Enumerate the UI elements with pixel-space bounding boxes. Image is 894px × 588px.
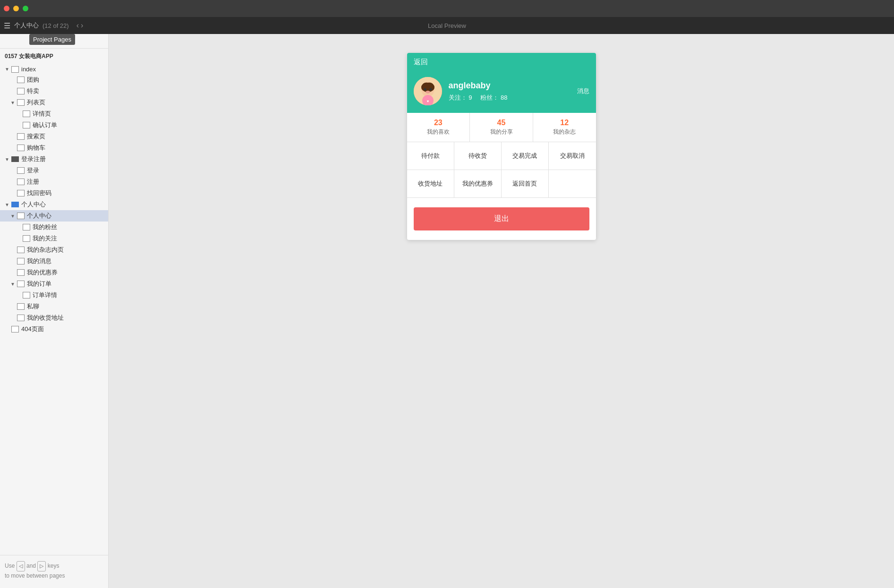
tree-item-tequan[interactable]: 特卖	[0, 85, 108, 97]
logout-button[interactable]: 退出	[414, 207, 589, 230]
profile-info: anglebaby 关注： 9 粉丝： 88	[449, 81, 570, 102]
stat-number-shares: 45	[470, 119, 533, 127]
fans-count: 88	[501, 94, 507, 101]
page-icon	[17, 269, 25, 276]
action-daishoulhuo[interactable]: 待收货	[454, 142, 502, 170]
maximize-button[interactable]	[23, 6, 28, 11]
stat-item-shares[interactable]: 45 我的分享	[470, 113, 533, 142]
tree-item-sousouye[interactable]: 搜索页	[0, 131, 108, 142]
stat-label-magazine: 我的杂志	[533, 128, 596, 136]
local-preview-label: Local Preview	[428, 22, 466, 29]
tree-item-xiangqingye[interactable]: 详情页	[0, 108, 108, 119]
stat-number-magazine: 12	[533, 119, 596, 127]
prev-page-button[interactable]: ‹	[77, 21, 79, 30]
action-fanhui[interactable]: 返回首页	[502, 170, 549, 197]
tree-label: 搜索页	[27, 132, 45, 141]
expand-arrow: ▼	[5, 157, 11, 162]
hint-line1: Use ◁ and ▷ keys	[5, 561, 103, 571]
next-key-badge: ▷	[37, 561, 46, 571]
page-icon	[23, 122, 30, 128]
tree-item-wodemessage[interactable]: 我的消息	[0, 256, 108, 267]
window-chrome	[0, 0, 894, 17]
tree-label: 个人中心	[27, 212, 51, 220]
tree-label: 登录	[27, 166, 39, 175]
page-icon	[17, 315, 25, 321]
tree-item-index[interactable]: ▼ index	[0, 64, 108, 74]
tree-item-liebiaoyie[interactable]: ▼ 列表页	[0, 97, 108, 108]
tree-item-siliao[interactable]: 私聊	[0, 301, 108, 312]
expand-arrow: ▼	[10, 281, 17, 287]
profile-name: anglebaby	[449, 81, 570, 91]
fans-label: 粉丝：	[480, 94, 499, 101]
action-jiaoyiwancheng[interactable]: 交易完成	[502, 142, 549, 170]
tree-item-wodeyouhui[interactable]: 我的优惠券	[0, 267, 108, 278]
tree-label: 确认订单	[33, 121, 57, 129]
tree-item-wodeshouhuodizhi[interactable]: 我的收货地址	[0, 312, 108, 324]
tree-item-wodedingdan[interactable]: ▼ 我的订单	[0, 278, 108, 290]
tree-item-zhuce[interactable]: 注册	[0, 176, 108, 187]
action-daifukuan[interactable]: 待付款	[407, 142, 454, 170]
tree-item-zhaohuimima[interactable]: 找回密码	[0, 187, 108, 199]
tree-item-dingdanxiangqing[interactable]: 订单详情	[0, 290, 108, 301]
page-icon	[17, 190, 25, 196]
expand-arrow: ▼	[10, 100, 17, 105]
action-jiaoyiquxiao[interactable]: 交易取消	[549, 142, 596, 170]
page-icon	[17, 247, 25, 253]
page-icon	[17, 133, 25, 140]
tree-item-gerenzx[interactable]: ▼ 个人中心	[0, 199, 108, 210]
action-wodyouhui[interactable]: 我的优惠券	[454, 170, 502, 197]
tree-item-tuangou[interactable]: 团购	[0, 74, 108, 85]
stats-row: 23 我的喜欢 45 我的分享 12 我的杂志	[407, 113, 596, 142]
avatar-image: ♥	[414, 77, 442, 105]
minimize-button[interactable]	[13, 6, 19, 11]
tree-item-gerenzx-sub[interactable]: ▼ 个人中心	[0, 210, 108, 222]
stat-number-likes: 23	[407, 119, 470, 127]
action-empty	[549, 170, 596, 197]
page-icon	[17, 281, 25, 287]
header-row: ☰ 个人中心 (12 of 22) ‹ › Local Preview Proj…	[0, 17, 894, 34]
message-button[interactable]: 消息	[577, 87, 589, 95]
tree-item-queding[interactable]: 确认订单	[0, 119, 108, 131]
page-icon	[17, 99, 25, 106]
tree-item-denglu[interactable]: 登录	[0, 165, 108, 176]
follow-label: 关注：	[449, 94, 467, 101]
next-page-button[interactable]: ›	[81, 21, 83, 30]
stat-label-shares: 我的分享	[470, 128, 533, 136]
stat-item-likes[interactable]: 23 我的喜欢	[407, 113, 470, 142]
tree-label: 我的订单	[27, 280, 51, 288]
folder-icon-dark	[11, 156, 19, 162]
stat-item-magazine[interactable]: 12 我的杂志	[533, 113, 596, 142]
tree-label: 列表页	[27, 98, 45, 107]
tree-item-gouwuche[interactable]: 购物车	[0, 142, 108, 153]
tree-item-404[interactable]: 404页面	[0, 324, 108, 335]
page-icon	[17, 77, 25, 83]
page-icon	[11, 66, 19, 73]
follow-count: 9	[468, 94, 472, 101]
page-icon	[23, 111, 30, 117]
page-icon	[17, 88, 25, 94]
close-button[interactable]	[4, 6, 9, 11]
page-icon	[17, 213, 25, 219]
hamburger-icon[interactable]: ☰	[4, 21, 10, 30]
action-shouhuodizhi[interactable]: 收货地址	[407, 170, 454, 197]
preview-area: 返回 ♥	[109, 34, 894, 588]
tree-label: index	[21, 66, 36, 73]
folder-icon-blue	[11, 202, 19, 207]
tree-label: 详情页	[33, 110, 51, 118]
tree-item-wodeguanzhu[interactable]: 我的关注	[0, 233, 108, 244]
svg-point-3	[424, 88, 426, 91]
tree-item-wodezazhineiyu[interactable]: 我的杂志内页	[0, 244, 108, 256]
page-icon	[23, 224, 30, 230]
phone-mockup: 返回 ♥	[407, 53, 596, 240]
action-grid: 待付款 待收货 交易完成 交易取消 收货地址 我的优惠券 返回首页	[407, 142, 596, 198]
tree-label: 购物车	[27, 144, 45, 152]
project-label: 0157 女装电商APP	[0, 49, 108, 64]
tree-item-dengluzhuce[interactable]: ▼ 登录注册	[0, 153, 108, 165]
back-button[interactable]: 返回	[407, 53, 596, 71]
tree-label: 个人中心	[21, 200, 46, 209]
sidebar: 0157 女装电商APP ▼ index 团购 特卖 ▼ 列表页 详情页	[0, 34, 109, 588]
page-icon	[17, 145, 25, 151]
tree-item-wodefensi[interactable]: 我的粉丝	[0, 222, 108, 233]
page-count: (12 of 22)	[43, 22, 69, 29]
tree-label: 我的杂志内页	[27, 246, 64, 254]
